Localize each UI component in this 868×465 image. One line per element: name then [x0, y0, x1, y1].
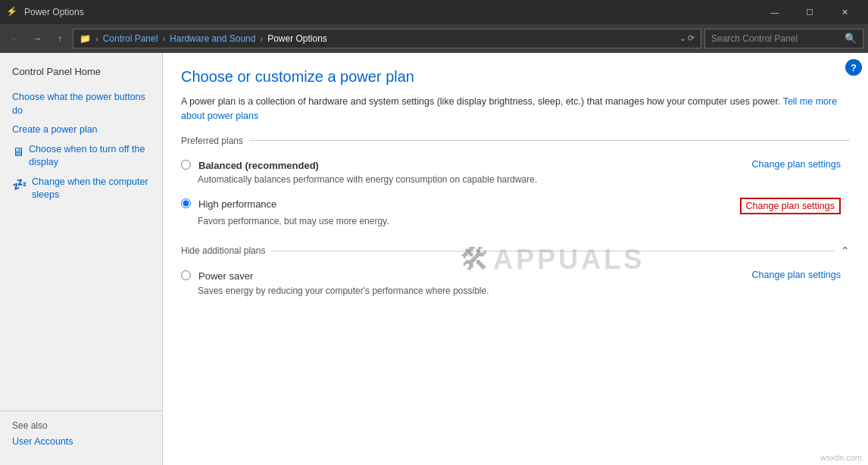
see-also-label: See also	[12, 420, 150, 431]
main-layout: Control Panel Home Choose what the power…	[0, 53, 868, 465]
sidebar-home-link[interactable]: Control Panel Home	[0, 62, 162, 82]
close-button[interactable]: ✕	[827, 0, 862, 24]
search-input[interactable]	[711, 33, 840, 44]
refresh-icon[interactable]: ⟳	[688, 33, 695, 43]
title-bar: ⚡ Power Options — ☐ ✕	[0, 0, 868, 24]
plan-radio-power-saver[interactable]	[181, 270, 191, 280]
breadcrumb-hardware-sound[interactable]: Hardware and Sound	[170, 33, 255, 44]
search-bar: 🔍	[704, 29, 863, 48]
sidebar-item-sleep-label: Change when the computer sleeps	[32, 176, 150, 202]
plan-change-link-balanced[interactable]: Change plan settings	[752, 159, 841, 170]
plan-row-power-saver: Power saver Change plan settings	[181, 269, 841, 284]
additional-plans-header: Hide additional plans ⌃	[181, 245, 850, 257]
sep1: ›	[95, 34, 98, 43]
preferred-plans-header: Preferred plans	[181, 136, 850, 146]
breadcrumb-power-options: Power Options	[267, 33, 327, 44]
plan-name-high-performance: High performance	[198, 197, 276, 212]
app-icon: ⚡	[6, 6, 18, 18]
nav-bar: ← → ↑ 📁 › Control Panel › Hardware and S…	[0, 24, 868, 53]
plan-name-balanced: Balanced (recommended)	[198, 158, 319, 173]
sidebar-item-turn-off-display[interactable]: 🖥 Choose when to turn off the display	[0, 140, 162, 173]
breadcrumb-control-panel[interactable]: Control Panel	[103, 33, 158, 44]
site-watermark: wsxdn.com	[820, 453, 862, 462]
help-button[interactable]: ?	[845, 59, 862, 76]
plan-desc-high-performance: Favors performance, but may use more ene…	[198, 216, 841, 226]
sidebar-main: Control Panel Home Choose what the power…	[0, 62, 162, 410]
plan-name-power-saver: Power saver	[198, 269, 253, 284]
sleep-icon: 💤	[12, 176, 27, 193]
sep3: ›	[260, 34, 263, 43]
forward-button[interactable]: →	[27, 29, 47, 48]
additional-plans-label: Hide additional plans	[181, 245, 265, 256]
maximize-button[interactable]: ☐	[792, 0, 827, 24]
preferred-plans-line	[249, 140, 850, 141]
up-button[interactable]: ↑	[50, 29, 70, 48]
plan-row-balanced: Balanced (recommended) Change plan setti…	[181, 158, 841, 173]
plan-change-link-high-performance[interactable]: Change plan settings	[740, 198, 841, 214]
page-title: Choose or customize a power plan	[181, 68, 850, 86]
sidebar-item-sleep[interactable]: 💤 Change when the computer sleeps	[0, 173, 162, 205]
plan-item-high-performance: High performance Change plan settings Fa…	[181, 191, 850, 232]
address-chevron: ⌄ ⟳	[679, 33, 695, 43]
display-icon: 🖥	[12, 144, 24, 161]
sep2: ›	[162, 34, 165, 43]
plan-left-power-saver: Power saver	[181, 269, 752, 284]
window-title: Power Options	[24, 7, 751, 17]
minimize-button[interactable]: —	[757, 0, 792, 24]
plan-item-power-saver: Power saver Change plan settings Saves e…	[181, 263, 850, 302]
plan-item-balanced: Balanced (recommended) Change plan setti…	[181, 152, 850, 192]
search-icon: 🔍	[845, 33, 857, 44]
plan-radio-balanced[interactable]	[181, 160, 191, 170]
plan-change-link-power-saver[interactable]: Change plan settings	[752, 270, 841, 280]
window-controls: — ☐ ✕	[757, 0, 862, 24]
additional-plans-line	[271, 251, 835, 251]
sidebar-user-accounts-link[interactable]: User Accounts	[12, 436, 73, 447]
sidebar-item-turn-off-display-label: Choose when to turn off the display	[29, 143, 150, 170]
content-description: A power plan is a collection of hardware…	[181, 95, 850, 123]
description-text: A power plan is a collection of hardware…	[181, 96, 783, 107]
sidebar-footer: See also User Accounts	[0, 410, 162, 456]
plan-row-high-performance: High performance Change plan settings	[181, 197, 841, 214]
plan-left-balanced: Balanced (recommended)	[181, 158, 752, 173]
plan-radio-high-performance[interactable]	[181, 198, 191, 208]
collapse-icon[interactable]: ⌃	[841, 245, 850, 257]
sidebar-item-create-plan[interactable]: Create a power plan	[0, 120, 162, 140]
preferred-plans-label: Preferred plans	[181, 136, 243, 146]
content-area: ? Choose or customize a power plan A pow…	[163, 53, 868, 465]
plan-desc-balanced: Automatically balances performance with …	[198, 174, 841, 185]
sidebar-item-power-buttons[interactable]: Choose what the power buttons do	[0, 88, 162, 120]
address-bar: 📁 › Control Panel › Hardware and Sound ›…	[73, 29, 701, 48]
sidebar: Control Panel Home Choose what the power…	[0, 53, 163, 465]
back-button[interactable]: ←	[5, 29, 24, 48]
breadcrumb-icon: 📁	[80, 33, 91, 44]
plan-desc-power-saver: Saves energy by reducing your computer's…	[198, 286, 841, 296]
plan-left-high-performance: High performance	[181, 197, 740, 212]
dropdown-chevron-icon[interactable]: ⌄	[679, 33, 686, 43]
